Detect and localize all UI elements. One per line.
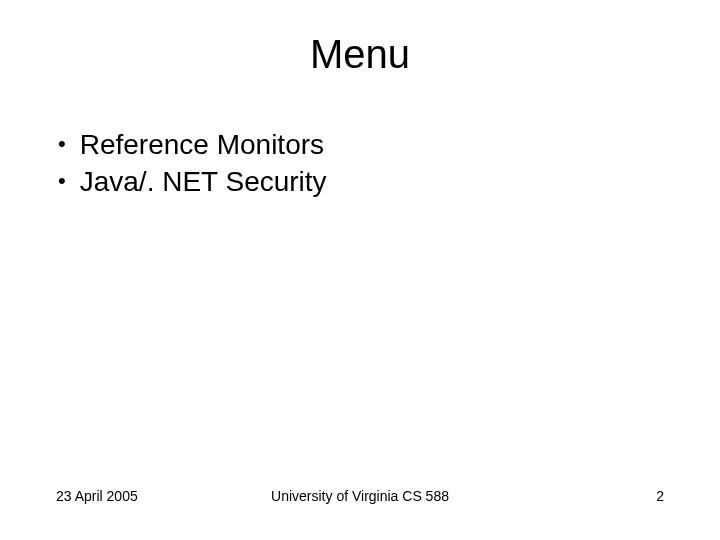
list-item: • Reference Monitors — [58, 127, 670, 162]
footer-date: 23 April 2005 — [56, 488, 208, 504]
bullet-icon: • — [58, 127, 66, 160]
bullet-text: Java/. NET Security — [80, 164, 327, 199]
slide-footer: 23 April 2005 University of Virginia CS … — [50, 488, 670, 510]
slide: Menu • Reference Monitors • Java/. NET S… — [0, 0, 720, 540]
slide-title: Menu — [50, 32, 670, 77]
bullet-icon: • — [58, 164, 66, 197]
footer-course: University of Virginia CS 588 — [208, 488, 512, 504]
slide-content: • Reference Monitors • Java/. NET Securi… — [50, 127, 670, 488]
bullet-list: • Reference Monitors • Java/. NET Securi… — [58, 127, 670, 199]
footer-page: 2 — [512, 488, 664, 504]
bullet-text: Reference Monitors — [80, 127, 324, 162]
list-item: • Java/. NET Security — [58, 164, 670, 199]
